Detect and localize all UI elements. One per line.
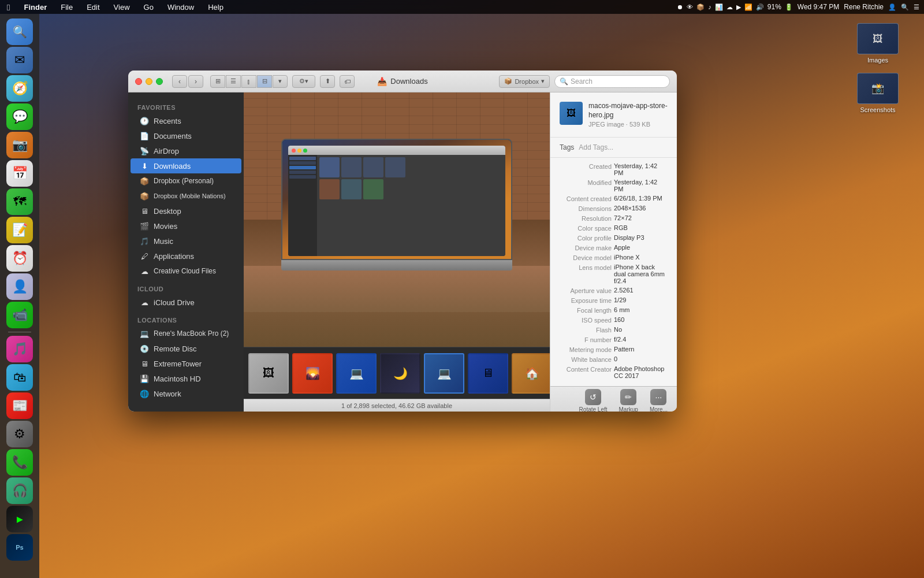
menu-edit[interactable]: Edit xyxy=(84,3,102,12)
list-view-button[interactable]: ☰ xyxy=(226,75,241,88)
info-val-creator: Adobe Photoshop CC 2017 xyxy=(614,365,668,379)
markup-tool[interactable]: ✏ Markup xyxy=(619,389,638,412)
sidebar-label-applications: Applications xyxy=(154,252,194,261)
desktop-icon-images[interactable]: 🖼 Images xyxy=(855,23,901,64)
sidebar-item-creative-cloud[interactable]: ☁ Creative Cloud Files xyxy=(131,264,241,279)
back-button[interactable]: ‹ xyxy=(172,75,187,88)
sidebar-item-music[interactable]: 🎵 Music xyxy=(131,234,241,249)
info-key-creator: Content Creator xyxy=(560,365,612,373)
rotate-left-tool[interactable]: ↺ Rotate Left xyxy=(579,389,608,412)
dock-icon-calendar[interactable]: 📅 xyxy=(6,160,33,187)
info-row-color-space: Color space RGB xyxy=(560,224,668,232)
sidebar-item-macintosh-hd[interactable]: 💾 Macintosh HD xyxy=(131,371,241,386)
dock-icon-photos[interactable]: 📷 xyxy=(6,132,33,158)
view-options-button[interactable]: ▾ xyxy=(273,75,288,88)
dock-icon-10[interactable]: 🛍 xyxy=(6,364,33,391)
search-box[interactable]: 🔍 Search xyxy=(554,75,670,88)
center-panel: 🖼 🌄 💻 🌙 💻 🖥 🏠 📷 › 1 of 2,898 selected, 4… xyxy=(244,92,550,412)
sidebar-item-applications[interactable]: 🖊 Applications xyxy=(131,249,241,264)
dock-icon-4[interactable]: 🗺 xyxy=(6,188,33,215)
sidebar-header-icloud: iCloud xyxy=(128,279,244,295)
dropbox-button[interactable]: 📦 Dropbox ▾ xyxy=(499,75,550,88)
more-tool[interactable]: ··· More... xyxy=(650,389,668,412)
dock-icon-news[interactable]: 📰 xyxy=(6,392,33,419)
sidebar-item-extremetower[interactable]: 🖥 ExtremeTower xyxy=(131,356,241,371)
share-button[interactable]: ⬆ xyxy=(320,75,335,88)
sidebar-item-network[interactable]: 🌐 Network xyxy=(131,386,241,401)
close-button[interactable] xyxy=(135,78,142,85)
thumbnail-5-selected[interactable]: 💻 xyxy=(424,353,464,394)
action-button[interactable]: ⚙▾ xyxy=(292,75,315,88)
desktop-icons-area: 🖼 Images 📸 Screenshots xyxy=(855,23,901,113)
thumbnail-4[interactable]: 🌙 xyxy=(380,353,420,394)
dock-icon-7[interactable]: 👤 xyxy=(6,273,33,300)
dock-icon-5[interactable]: 📝 xyxy=(6,217,33,243)
dropbox-icon: 📦 xyxy=(504,77,512,85)
dock-icon-safari[interactable]: 🧭 xyxy=(6,75,33,102)
sidebar-item-movies[interactable]: 🎬 Movies xyxy=(131,218,241,234)
sidebar-item-dropbox-personal[interactable]: 📦 Dropbox (Personal) xyxy=(131,173,241,188)
sidebar-label-macintosh-hd: Macintosh HD xyxy=(154,375,201,383)
info-val-lens-model: iPhone X back dual camera 6mm f/2.4 xyxy=(614,264,668,284)
sidebar-label-dropbox-mobile: Dropbox (Mobile Nations) xyxy=(154,192,226,199)
dock-icon-mail[interactable]: ✉ xyxy=(6,47,33,73)
sidebar-item-airdrop[interactable]: 📡 AirDrop xyxy=(131,143,241,158)
tags-label: Tags xyxy=(560,143,574,151)
menu-window[interactable]: Window xyxy=(165,3,196,12)
menu-view[interactable]: View xyxy=(111,3,132,12)
thumbnail-3[interactable]: 💻 xyxy=(336,353,377,394)
airdrop-icon: 📡 xyxy=(140,146,149,155)
gallery-view-button[interactable]: ⊟ xyxy=(257,75,272,88)
notification-icon[interactable]: ☰ xyxy=(914,3,919,11)
menu-go[interactable]: Go xyxy=(141,3,156,12)
apple-menu[interactable]:  xyxy=(5,2,12,12)
dock-icon-ps[interactable]: Ps xyxy=(6,534,33,561)
sidebar-item-icloud-drive[interactable]: ☁ iCloud Drive xyxy=(131,295,241,310)
menu-file[interactable]: File xyxy=(58,3,75,12)
sidebar-item-documents[interactable]: 📄 Documents xyxy=(131,128,241,143)
forward-button[interactable]: › xyxy=(188,75,203,88)
sidebar-item-recents[interactable]: 🕐 Recents xyxy=(131,113,241,128)
info-row-modified: Modified Yesterday, 1:42 PM xyxy=(560,179,668,192)
dock-icon-11[interactable]: ⚙ xyxy=(6,421,33,447)
thumbnail-6[interactable]: 🖥 xyxy=(468,353,508,394)
dock-icon-9[interactable]: 🎵 xyxy=(6,336,33,362)
thumbnail-7[interactable]: 🏠 xyxy=(512,353,550,394)
dock-icon-12[interactable]: 📞 xyxy=(6,449,33,476)
info-val-modified: Yesterday, 1:42 PM xyxy=(614,179,668,192)
desktop-icon-screenshots[interactable]: 📸 Screenshots xyxy=(855,73,901,113)
tags-add[interactable]: Add Tags... xyxy=(579,143,613,151)
window-title-area: 📥 Downloads xyxy=(377,77,427,86)
search-menu-icon[interactable]: 🔍 xyxy=(901,3,909,11)
macintosh-hd-icon: 💾 xyxy=(140,374,149,383)
dock-icon-8[interactable]: 📹 xyxy=(6,302,33,328)
wifi-icon: 📶 xyxy=(744,3,752,11)
dock-icon-13[interactable]: 🎧 xyxy=(6,477,33,504)
sidebar-item-macbook[interactable]: 💻 Rene's MacBook Pro (2) xyxy=(131,326,241,341)
info-val-fnumber: f/2.4 xyxy=(614,336,668,343)
icon-view-button[interactable]: ⊞ xyxy=(210,75,225,88)
dock-icon-terminal[interactable]: ▶ xyxy=(6,506,33,532)
sidebar-item-desktop[interactable]: 🖥 Desktop xyxy=(131,203,241,218)
maximize-button[interactable] xyxy=(156,78,163,85)
menu-finder[interactable]: Finder xyxy=(21,3,49,12)
sidebar-item-remote-disc[interactable]: 💿 Remote Disc xyxy=(131,341,241,356)
menu-help[interactable]: Help xyxy=(206,3,226,12)
thumbnail-1[interactable]: 🖼 xyxy=(248,353,289,394)
more-label: More... xyxy=(650,406,668,412)
dock-icon-finder[interactable]: 🔍 xyxy=(6,18,33,45)
sidebar-item-dropbox-mobile[interactable]: 📦 Dropbox (Mobile Nations) xyxy=(131,188,241,203)
window-title-icon: 📥 xyxy=(377,77,387,86)
thumbnail-strip: 🖼 🌄 💻 🌙 💻 🖥 🏠 📷 › xyxy=(244,347,550,399)
minimize-button[interactable] xyxy=(146,78,152,85)
thumbnail-2[interactable]: 🌄 xyxy=(292,353,333,394)
info-key-dimensions: Dimensions xyxy=(560,205,612,212)
dock-icon-messages[interactable]: 💬 xyxy=(6,103,33,130)
column-view-button[interactable]: ⫿ xyxy=(241,75,256,88)
info-key-created: Created xyxy=(560,162,612,170)
tag-button[interactable]: 🏷 xyxy=(340,75,355,88)
dock-icon-6[interactable]: ⏰ xyxy=(6,245,33,272)
info-key-fnumber: F number xyxy=(560,336,612,343)
info-val-device-model: iPhone X xyxy=(614,254,668,261)
sidebar-item-downloads[interactable]: ⬇ Downloads xyxy=(131,158,241,173)
